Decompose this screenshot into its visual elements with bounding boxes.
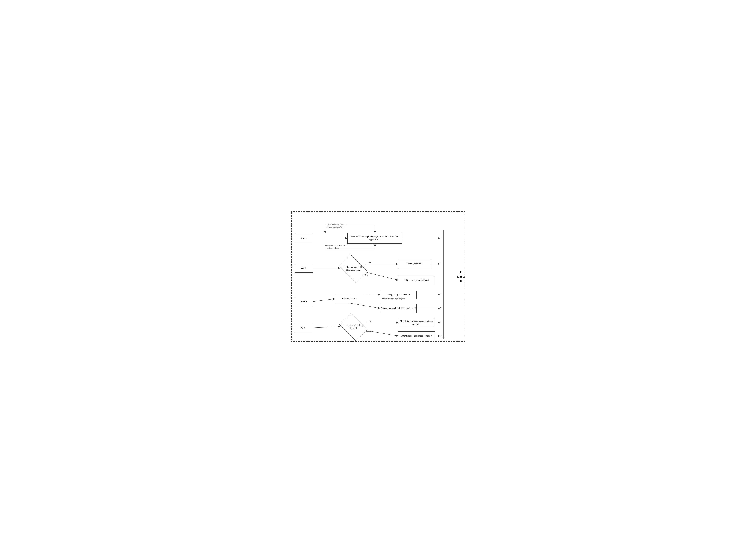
quality-life-box: Demand for quality of life+ Appliances+ <box>380 304 417 313</box>
elec-cooling-box: Electricity consumption per capita for c… <box>398 318 435 327</box>
literacy-box: Literacy level+ <box>335 295 363 303</box>
no-label: No <box>365 274 367 276</box>
cooling-proportion-diamond-shape <box>339 313 367 341</box>
inc-box: inc + <box>295 234 313 243</box>
arrows-overlay <box>292 212 465 341</box>
weak-price-label: Weak price elasticity <box>327 224 344 226</box>
strong-income-label: Strong income effect <box>327 226 344 228</box>
arrow-literacy-quality <box>349 303 380 308</box>
separate-judgment-box: Subject to separate judgment <box>398 276 435 285</box>
pre-sidebar-box: PRE <box>458 212 465 341</box>
arrow-edu-to-literacy <box>313 299 335 302</box>
small-label: Small <box>366 330 371 333</box>
minus-sign-2: – <box>440 321 441 323</box>
cooling-demand-box: Cooling demand + <box>398 260 431 268</box>
with-diminishing-label: With diminishing marginal effects <box>381 298 405 300</box>
huanyong-diamond-shape <box>339 254 367 283</box>
other-appliances-box: Other types of appliances demand + <box>398 331 435 340</box>
indirect-effects-label: Indirect effects <box>327 247 339 249</box>
pre-text: PRE <box>460 270 462 283</box>
cooling-proportion-diamond: Proportion of cooling demand <box>340 319 366 335</box>
hsc-box: hsc + <box>295 323 313 332</box>
economic-agg-label: Economic agglomeration <box>325 244 345 246</box>
yes-label: Yes <box>368 261 371 263</box>
large-label: Large <box>368 320 372 322</box>
huanyong-diamond: On the east side of HuHuanyong line? <box>340 260 366 277</box>
plus-sign-4: + <box>440 334 442 337</box>
edu-box: edu + <box>295 297 313 306</box>
plus-sign-2: + <box>440 261 442 264</box>
hd-box: hd + <box>295 263 313 272</box>
plus-sign-3: + <box>440 306 442 309</box>
diagram-container: PRE <box>291 212 465 342</box>
arrow-hsc-to-diamond <box>313 327 340 328</box>
minus-sign-1: – <box>440 292 441 295</box>
household-box: Household consumption budget constraint … <box>347 233 402 244</box>
arrow-no-separate <box>365 272 398 280</box>
plus-sign-1: + <box>440 237 442 239</box>
